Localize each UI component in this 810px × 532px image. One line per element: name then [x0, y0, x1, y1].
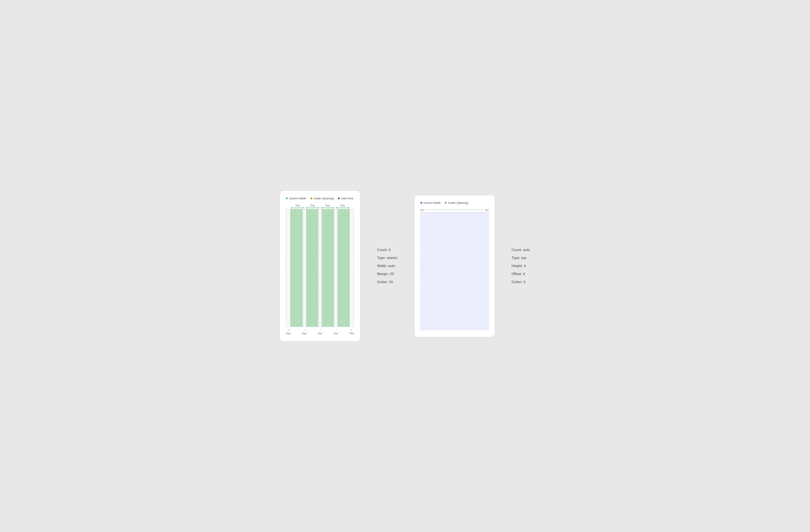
- legend-label-gutter: Gutter (Spacing): [314, 197, 334, 200]
- offset-line: [426, 210, 483, 210]
- legend-dot-gutter: [310, 197, 312, 199]
- info-width: Width: auto: [377, 264, 398, 268]
- bottom-label-4: ⊣ 16px: [333, 329, 338, 335]
- arrow-line-3: [321, 208, 334, 208]
- column-labels-top: 76px 76px 76px 76px: [286, 204, 354, 207]
- row-lines: [421, 212, 488, 330]
- arrow-1: [290, 208, 305, 208]
- right-legend-item-gutter: Gutter (Spacing): [445, 201, 468, 205]
- bottom-icon-4: ⊣: [335, 329, 337, 332]
- col-label-1: 76px: [290, 204, 305, 207]
- right-legend-label-gutter: Gutter (Spacing): [448, 201, 468, 205]
- col-label-3: 76px: [320, 204, 335, 207]
- arrow-line-4: [336, 208, 349, 208]
- arrow-line-2: [306, 208, 319, 208]
- columns-wrapper: [286, 209, 354, 327]
- legend-label-safe-area: Safe Area: [341, 197, 353, 200]
- legend-label-column-width: Column Width: [289, 197, 306, 200]
- right-legend-dot-column-width: [420, 202, 422, 204]
- right-info-count: Count: auto: [512, 248, 530, 252]
- right-card: Column Width Gutter (Spacing) 4px 4px: [415, 195, 495, 337]
- bottom-icon-1: ⊣: [287, 329, 289, 332]
- bottom-icon-2: ⊣: [303, 329, 305, 332]
- left-legend: Column Width Gutter (Spacing) Safe Area: [286, 197, 354, 200]
- bottom-labels: ⊣ 20px ⊣ 16px ⊣ 16px ⊣ 16px ⊢ 20px: [286, 329, 354, 335]
- legend-dot-column-width: [286, 197, 288, 199]
- col-label-2: 76px: [305, 204, 320, 207]
- bottom-value-5: 20px: [349, 332, 354, 335]
- right-info-type: Type: top: [512, 256, 530, 260]
- arrow-4: [335, 208, 350, 208]
- column-arrows-top: [286, 208, 354, 208]
- legend-item-safe-area: Safe Area: [338, 197, 353, 200]
- bottom-icon-3: ⊣: [319, 329, 321, 332]
- grid-column-2: [306, 209, 319, 327]
- right-legend-item-column-width: Column Width: [420, 201, 441, 205]
- info-margin: Margin: 20: [377, 272, 398, 276]
- right-info-gutter: Gutter: 4: [512, 280, 530, 284]
- info-type: Type: stretch: [377, 256, 398, 260]
- grid-column-4: [338, 209, 350, 327]
- offset-row: 4px 4px: [420, 209, 489, 211]
- col-label-4: 76px: [335, 204, 350, 207]
- bottom-label-1: ⊣ 20px: [286, 329, 291, 335]
- right-info-height: Height: 4: [512, 264, 530, 268]
- row-grid: [420, 212, 489, 330]
- offset-label-right: 4px: [485, 209, 489, 211]
- right-legend-label-column-width: Column Width: [424, 201, 441, 205]
- bottom-label-3: ⊣ 16px: [318, 329, 323, 335]
- bottom-value-1: 20px: [286, 332, 291, 335]
- info-gutter: Gutter: 16: [377, 280, 398, 284]
- bottom-value-2: 16px: [302, 332, 307, 335]
- right-info-panel: Count: auto Type: top Height: 4 Offset: …: [512, 248, 530, 284]
- arrow-line-1: [291, 208, 304, 208]
- legend-dot-safe-area: [338, 197, 340, 199]
- arrow-3: [320, 208, 335, 208]
- bottom-value-4: 16px: [333, 332, 338, 335]
- arrow-2: [305, 208, 320, 208]
- bottom-label-5: ⊢ 20px: [349, 329, 354, 335]
- chart-area: 76px 76px 76px 76px: [286, 204, 354, 335]
- column-grid: [286, 209, 354, 327]
- offset-label-left: 4px: [420, 209, 424, 211]
- main-layout: Column Width Gutter (Spacing) Safe Area …: [280, 191, 530, 341]
- bottom-value-3: 16px: [318, 332, 323, 335]
- grid-column-3: [322, 209, 334, 327]
- grid-column-1: [290, 209, 303, 327]
- legend-item-gutter: Gutter (Spacing): [310, 197, 334, 200]
- right-info-offset: Offset: 4: [512, 272, 530, 276]
- left-info-panel: Count: 4 Type: stretch Width: auto Margi…: [377, 248, 398, 284]
- bottom-icon-5: ⊢: [351, 329, 353, 332]
- right-legend: Column Width Gutter (Spacing): [420, 201, 489, 205]
- left-card: Column Width Gutter (Spacing) Safe Area …: [280, 191, 360, 341]
- legend-item-column-width: Column Width: [286, 197, 306, 200]
- row-grid-wrapper: 4px 4px: [420, 209, 489, 330]
- info-count: Count: 4: [377, 248, 398, 252]
- bottom-label-2: ⊣ 16px: [302, 329, 307, 335]
- right-legend-dot-gutter: [445, 202, 447, 204]
